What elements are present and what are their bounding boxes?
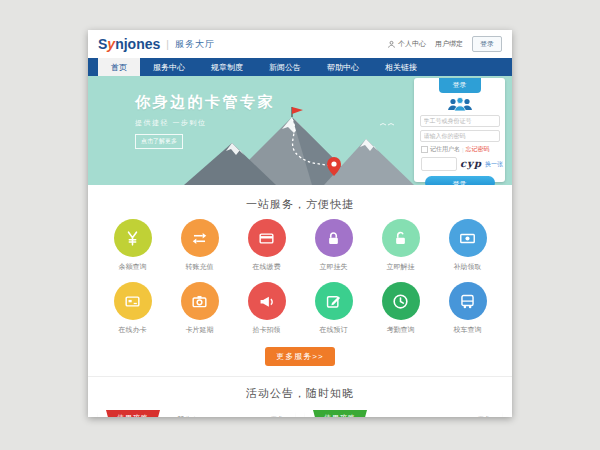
site-name: 服务大厅 (175, 38, 215, 51)
services-section: 一站服务，方便快捷 余额查询 转账充值 在线缴费 立即挂失 立即解挂 (88, 185, 512, 366)
announcements-section: 活动公告，随时知晓 使用攻略 最新公告 更多>> 使用攻略 更多>> (88, 376, 512, 417)
users-group-icon (445, 96, 475, 112)
service-cancel-loss[interactable]: 立即解挂 (367, 219, 434, 272)
more-services-button[interactable]: 更多服务>> (265, 347, 334, 366)
page: Synjones | 服务大厅 个人中心 用户绑定 登录 首页 服务中心 规章制… (88, 30, 512, 417)
user-bind-link[interactable]: 用户绑定 (435, 39, 463, 49)
announcement-tab-row: 使用攻略 最新公告 更多>> 使用攻略 更多>> (88, 412, 512, 417)
password-input[interactable] (420, 130, 500, 142)
service-report-loss[interactable]: 立即挂失 (300, 219, 367, 272)
hero-subtitle: 提供捷径 一步到位 (135, 118, 275, 128)
service-subsidy-collection[interactable]: 补助领取 (434, 219, 501, 272)
login-panel: 登录 记住用户名 | 忘记密码 cyp 换一张 登录 (414, 78, 505, 182)
captcha-input[interactable] (421, 157, 457, 171)
service-lost-card-claim[interactable]: 拾卡招领 (233, 282, 300, 335)
remember-row: 记住用户名 | 忘记密码 (421, 145, 505, 154)
login-submit-button[interactable]: 登录 (425, 176, 495, 185)
change-captcha-link[interactable]: 换一张 (485, 160, 503, 169)
yen-icon (123, 229, 142, 248)
personal-center-link[interactable]: 个人中心 (387, 39, 426, 49)
hero-banner: 你身边的卡管专家 提供捷径 一步到位 点击了解更多 登录 (88, 76, 512, 185)
service-online-payment[interactable]: 在线缴费 (233, 219, 300, 272)
captcha-image[interactable]: cyp (460, 159, 482, 169)
topbar-right: 个人中心 用户绑定 登录 (387, 36, 502, 52)
nav-item-news[interactable]: 新闻公告 (256, 58, 314, 76)
remember-label: 记住用户名 (430, 145, 460, 154)
banknote-icon (458, 229, 477, 248)
divider: | (462, 147, 464, 153)
new-card-icon (123, 292, 142, 311)
camera-icon (190, 292, 209, 311)
service-online-booking[interactable]: 在线预订 (300, 282, 367, 335)
transfer-arrows-icon (190, 229, 209, 248)
logo-text: S (98, 36, 107, 52)
service-school-bus-inquiry[interactable]: 校车查询 (434, 282, 501, 335)
hero-more-button[interactable]: 点击了解更多 (135, 134, 183, 149)
nav-item-help-center[interactable]: 帮助中心 (314, 58, 372, 76)
hero-copy: 你身边的卡管专家 提供捷径 一步到位 点击了解更多 (135, 93, 275, 149)
announcements-heading: 活动公告，随时知晓 (88, 386, 512, 401)
logo-accent: y (107, 36, 115, 52)
nav-item-service-center[interactable]: 服务中心 (140, 58, 198, 76)
services-grid: 余额查询 转账充值 在线缴费 立即挂失 立即解挂 补助领取 (99, 219, 501, 335)
service-balance-inquiry[interactable]: 余额查询 (99, 219, 166, 272)
forgot-password-link[interactable]: 忘记密码 (466, 145, 490, 154)
service-card-extension[interactable]: 卡片延期 (166, 282, 233, 335)
right-more-link[interactable]: 更多>> (478, 415, 502, 417)
logo-separator: | (166, 39, 169, 50)
captcha-row: cyp 换一张 (421, 157, 505, 171)
nav-item-home[interactable]: 首页 (98, 58, 140, 76)
hero-title: 你身边的卡管专家 (135, 93, 275, 112)
topbar-login-button[interactable]: 登录 (472, 36, 502, 52)
megaphone-icon (257, 292, 276, 311)
service-attendance-inquiry[interactable]: 考勤查询 (367, 282, 434, 335)
lock-icon (324, 229, 343, 248)
header: Synjones | 服务大厅 个人中心 用户绑定 登录 (88, 30, 512, 58)
service-transfer-recharge[interactable]: 转账充值 (166, 219, 233, 272)
username-input[interactable] (420, 115, 500, 127)
right-announcement-panel: 使用攻略 更多>> (305, 412, 502, 417)
bank-card-icon (257, 229, 276, 248)
tab-latest-announcements[interactable]: 最新公告 (170, 415, 198, 418)
logo-text-rest: njones (115, 36, 160, 52)
personal-center-label: 个人中心 (398, 39, 426, 49)
unlock-icon (391, 229, 410, 248)
service-online-card-apply[interactable]: 在线办卡 (99, 282, 166, 335)
remember-checkbox[interactable] (421, 146, 428, 153)
services-heading: 一站服务，方便快捷 (88, 185, 512, 212)
tab-usage-guide-right[interactable]: 使用攻略 (313, 410, 367, 417)
person-icon (387, 40, 396, 49)
left-announcement-panel: 使用攻略 最新公告 更多>> (98, 412, 295, 417)
edit-icon (324, 292, 343, 311)
tab-usage-guide-left[interactable]: 使用攻略 (106, 410, 160, 417)
brand-logo[interactable]: Synjones (98, 37, 160, 51)
user-bind-label: 用户绑定 (435, 39, 463, 49)
login-tab[interactable]: 登录 (439, 78, 481, 93)
clock-icon (391, 292, 410, 311)
left-more-link[interactable]: 更多>> (271, 415, 295, 417)
nav-item-regulations[interactable]: 规章制度 (198, 58, 256, 76)
nav-item-links[interactable]: 相关链接 (372, 58, 430, 76)
main-nav: 首页 服务中心 规章制度 新闻公告 帮助中心 相关链接 (88, 58, 512, 76)
bus-icon (458, 292, 477, 311)
